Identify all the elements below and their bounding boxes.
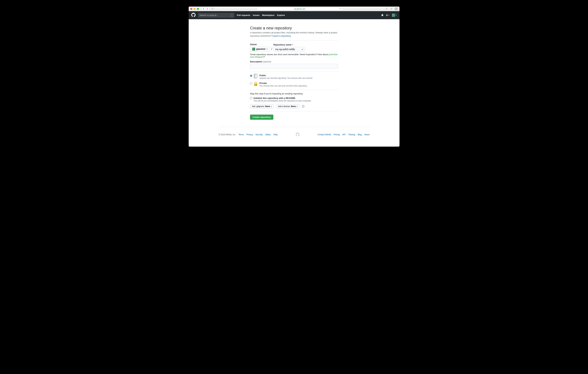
browser-window: ❮ ❯ 🔒 github.com ↻ + Se [189, 7, 399, 147]
visibility-public[interactable]: Public Anyone can see this repository. Y… [250, 74, 338, 79]
footer-security[interactable]: Security [256, 133, 263, 136]
zoom-window-icon[interactable] [197, 8, 199, 10]
back-button[interactable]: ❮ [201, 7, 205, 11]
create-repository-button[interactable]: Create repository [250, 115, 273, 120]
gitignore-select[interactable]: Add .gitignore: None ▼ [250, 104, 274, 108]
footer-contact[interactable]: Contact GitHub [318, 133, 331, 136]
chevron-down-icon: ▼ [266, 48, 268, 50]
titlebar: ❮ ❯ 🔒 github.com ↻ + [189, 7, 399, 11]
footer-training[interactable]: Training [348, 133, 355, 136]
footer-blog[interactable]: Blog [358, 133, 362, 136]
readme-label: Initialize this repository with a README [253, 97, 295, 99]
search-input[interactable]: Search or jump to… / [198, 13, 234, 18]
owner-avatar [252, 48, 255, 51]
readme-sub: This will let you immediately clone the … [253, 100, 311, 102]
footer-about[interactable]: About [364, 133, 369, 136]
github-footer: © 2019 GitHub, Inc. Terms Privacy Securi… [219, 127, 369, 137]
avatar [392, 14, 395, 17]
svg-rect-4 [391, 8, 392, 9]
reload-icon[interactable]: ↻ [340, 8, 341, 10]
share-button[interactable] [385, 7, 389, 11]
chevron-down-icon: ▼ [271, 106, 272, 107]
nav-marketplace[interactable]: Marketplace [262, 14, 274, 16]
nav-issues[interactable]: Issues [253, 14, 259, 16]
description-label: Description (optional) [250, 60, 338, 63]
skip-note: Skip this step if you're importing an ex… [250, 92, 338, 95]
repo-icon [254, 74, 258, 78]
check-icon: ✔ [301, 48, 303, 51]
page-lead: A repository contains all project files,… [250, 31, 338, 38]
divider [250, 90, 338, 90]
github-header: Search or jump to… / Pull requests Issue… [189, 11, 399, 19]
address-bar[interactable]: 🔒 github.com ↻ [257, 7, 342, 11]
optional-tag: (optional) [263, 61, 271, 63]
private-radio[interactable] [250, 82, 252, 85]
nav-pull-requests[interactable]: Pull requests [237, 14, 250, 16]
svg-rect-5 [254, 74, 257, 78]
lead-text: A repository contains all project files,… [250, 31, 337, 37]
primary-nav: Pull requests Issues Marketplace Explore [237, 14, 285, 16]
name-hint: Great repository names are short and mem… [250, 53, 338, 58]
status-dot-icon [394, 13, 396, 15]
divider [250, 40, 338, 41]
footer-terms[interactable]: Terms [239, 133, 244, 136]
chevron-down-icon: ▼ [388, 14, 390, 16]
footer-pricing[interactable]: Pricing [334, 133, 340, 136]
footer-status[interactable]: Status [265, 133, 271, 136]
footer-help[interactable]: Help [273, 133, 278, 136]
tabs-button[interactable] [390, 7, 394, 11]
required-asterisk: * [292, 43, 293, 46]
sidebar-button[interactable] [211, 7, 215, 11]
readme-checkbox[interactable] [250, 97, 252, 99]
import-repo-link[interactable]: Import a repository. [272, 35, 291, 37]
lock-icon: 🔒 [294, 8, 296, 10]
chevron-down-icon: ▼ [396, 14, 397, 16]
close-window-icon[interactable] [190, 8, 192, 10]
new-tab-button[interactable]: + [395, 7, 398, 11]
lock-icon [254, 82, 258, 86]
svg-rect-12 [256, 85, 256, 85]
traffic-lights [190, 8, 199, 10]
private-label: Private [259, 82, 267, 84]
github-mark-icon[interactable] [296, 133, 299, 137]
readme-option[interactable]: Initialize this repository with a README… [250, 96, 338, 102]
repo-name-label: Repository name * [273, 43, 305, 46]
search-placeholder: Search or jump to… [200, 14, 219, 16]
license-select[interactable]: Add a license: None ▼ [276, 104, 300, 108]
owner-select[interactable]: pjlamb12 ▼ [250, 47, 270, 52]
notifications-icon[interactable] [381, 14, 384, 16]
footer-api[interactable]: API [342, 133, 345, 136]
svg-rect-0 [212, 8, 213, 10]
forward-button[interactable]: ❯ [205, 7, 209, 11]
github-logo[interactable] [191, 13, 196, 18]
user-menu[interactable]: ▼ [392, 14, 397, 17]
private-sub: You choose who can see and commit to thi… [259, 85, 307, 87]
repo-name-input[interactable] [273, 47, 305, 52]
visibility-private[interactable]: Private You choose who can see and commi… [250, 82, 338, 87]
minimize-window-icon[interactable] [194, 8, 196, 10]
svg-point-9 [255, 76, 256, 76]
svg-point-7 [255, 75, 256, 75]
description-input[interactable] [250, 64, 338, 68]
footer-privacy[interactable]: Privacy [246, 133, 253, 136]
info-icon[interactable]: i [302, 105, 304, 107]
divider [250, 71, 338, 71]
chevron-down-icon: ▼ [296, 106, 298, 107]
owner-label: Owner [250, 43, 270, 46]
public-label: Public [259, 74, 266, 77]
owner-value: pjlamb12 [256, 48, 265, 50]
page-title: Create a new repository [250, 26, 338, 30]
divider [250, 111, 338, 111]
url-host: github.com [296, 8, 305, 10]
nav-explore[interactable]: Explore [277, 14, 285, 16]
public-radio[interactable] [250, 75, 252, 77]
slash-separator: / [271, 47, 272, 52]
slash-key-icon: / [230, 14, 233, 17]
create-new-menu[interactable]: ▼ [386, 14, 390, 16]
public-sub: Anyone can see this repository. You choo… [259, 77, 313, 79]
nav-buttons: ❮ ❯ [201, 7, 209, 11]
copyright: © 2019 GitHub, Inc. [219, 133, 236, 136]
svg-point-8 [255, 75, 256, 76]
create-repo-form: Create a new repository A repository con… [250, 26, 338, 120]
